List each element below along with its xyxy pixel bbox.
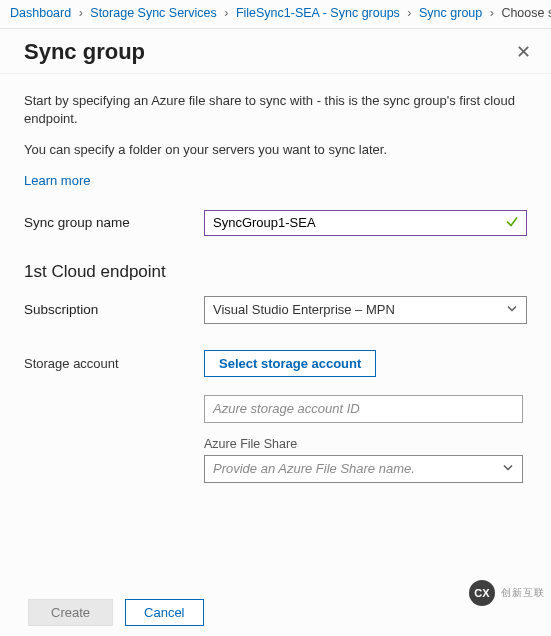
- label-sync-group-name: Sync group name: [24, 215, 204, 230]
- chevron-right-icon: ›: [486, 6, 498, 20]
- subscription-selected-value: Visual Studio Enterprise – MPN: [213, 302, 395, 317]
- sync-group-name-input[interactable]: [204, 210, 527, 236]
- create-button[interactable]: Create: [28, 599, 113, 626]
- intro-text: Start by specifying an Azure file share …: [24, 92, 527, 210]
- azure-file-share-placeholder: Provide an Azure File Share name.: [213, 461, 415, 476]
- content-area: Start by specifying an Azure file share …: [0, 74, 551, 483]
- chevron-down-icon: [502, 461, 514, 476]
- label-storage-account: Storage account: [24, 350, 204, 483]
- crumb-storage-sync-services[interactable]: Storage Sync Services: [90, 6, 216, 20]
- storage-account-id-field[interactable]: Azure storage account ID: [204, 395, 523, 423]
- subscription-select[interactable]: Visual Studio Enterprise – MPN: [204, 296, 527, 324]
- control-subscription: Visual Studio Enterprise – MPN: [204, 296, 527, 324]
- blade-header: Sync group ✕: [0, 29, 551, 67]
- close-icon[interactable]: ✕: [510, 41, 537, 63]
- row-sync-group-name: Sync group name: [24, 210, 527, 236]
- chevron-right-icon: ›: [220, 6, 232, 20]
- intro-line-2: You can specify a folder on your servers…: [24, 141, 527, 159]
- cancel-button[interactable]: Cancel: [125, 599, 203, 626]
- select-storage-account-button[interactable]: Select storage account: [204, 350, 376, 377]
- intro-line-1: Start by specifying an Azure file share …: [24, 92, 527, 127]
- row-storage-account: Storage account Select storage account A…: [24, 350, 527, 483]
- label-azure-file-share: Azure File Share: [204, 437, 523, 451]
- breadcrumb: Dashboard › Storage Sync Services › File…: [0, 0, 551, 29]
- crumb-choose-storage: Choose st: [501, 6, 551, 20]
- crumb-filesync1-sea-sync-groups[interactable]: FileSync1-SEA - Sync groups: [236, 6, 400, 20]
- chevron-right-icon: ›: [403, 6, 415, 20]
- chevron-right-icon: ›: [75, 6, 87, 20]
- control-sync-group-name: [204, 210, 527, 236]
- section-title-first-cloud-endpoint: 1st Cloud endpoint: [24, 262, 527, 282]
- chevron-down-icon: [506, 302, 518, 317]
- checkmark-icon: [505, 214, 519, 231]
- crumb-sync-group[interactable]: Sync group: [419, 6, 482, 20]
- footer-bar: Create Cancel: [0, 591, 551, 636]
- page-title: Sync group: [24, 39, 145, 65]
- label-subscription: Subscription: [24, 302, 204, 317]
- azure-file-share-select[interactable]: Provide an Azure File Share name.: [204, 455, 523, 483]
- control-storage-account: Select storage account Azure storage acc…: [204, 350, 523, 483]
- crumb-dashboard[interactable]: Dashboard: [10, 6, 71, 20]
- row-subscription: Subscription Visual Studio Enterprise – …: [24, 296, 527, 324]
- learn-more-link[interactable]: Learn more: [24, 173, 90, 188]
